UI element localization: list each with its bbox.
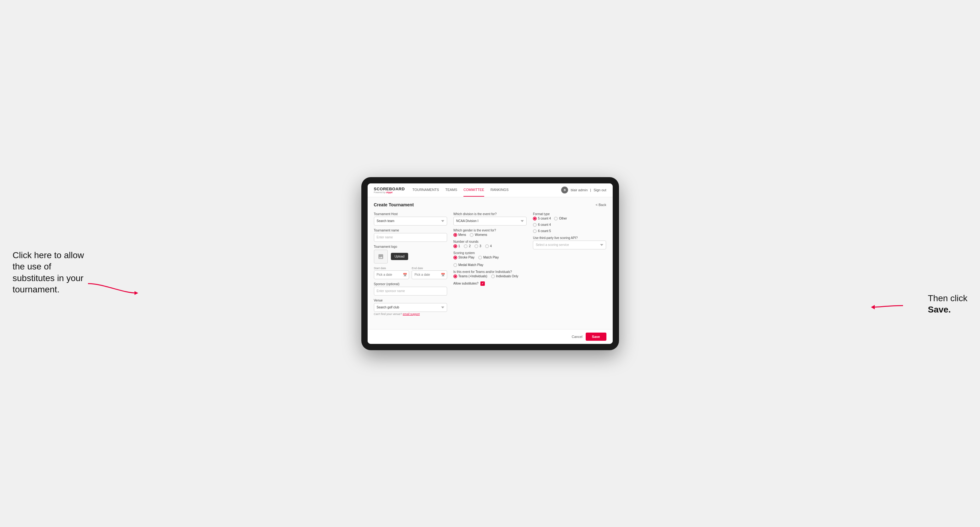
venue-group: Venue Search golf club Can't find your v…	[374, 299, 447, 316]
start-date-group: Start date 📅	[374, 267, 409, 279]
logo-powered: Powered by clippd	[374, 191, 405, 194]
rounds-3-radio[interactable]	[474, 244, 478, 248]
start-date-label: Start date	[374, 267, 409, 270]
tournament-host-select[interactable]: Search team	[374, 217, 447, 225]
scoring-service-select[interactable]: Select a scoring service	[533, 241, 606, 249]
tournament-name-group: Tournament name	[374, 229, 447, 242]
tablet-frame: SCOREBOARD Powered by clippd TOURNAMENTS…	[361, 177, 619, 350]
format-6count4[interactable]: 6 count 4	[533, 223, 551, 227]
page-header: Create Tournament Back	[374, 202, 606, 207]
scoring-stroke[interactable]: Stroke Play	[453, 256, 474, 259]
end-date-label: End date	[412, 267, 447, 270]
sponsor-group: Sponsor (optional)	[374, 283, 447, 295]
venue-select[interactable]: Search golf club	[374, 303, 447, 312]
nav-tournaments[interactable]: TOURNAMENTS	[412, 183, 439, 197]
svg-marker-0	[134, 291, 138, 295]
venue-label: Venue	[374, 299, 447, 302]
substitutes-group: Allow substitutes?	[453, 281, 527, 286]
event-individuals-radio[interactable]	[491, 275, 495, 278]
annotation-left: Click here to allow the use of substitut…	[13, 250, 88, 295]
sponsor-input[interactable]	[374, 287, 447, 295]
event-individuals[interactable]: Individuals Only	[491, 275, 519, 278]
save-button[interactable]: Save	[585, 333, 606, 341]
scoring-match[interactable]: Match Play	[478, 256, 499, 259]
format-other-radio[interactable]	[554, 217, 558, 221]
tournament-logo-label: Tournament logo	[374, 245, 447, 248]
event-teams[interactable]: Teams (+Individuals)	[453, 275, 487, 278]
format-label: Format type	[533, 212, 606, 216]
navbar: SCOREBOARD Powered by clippd TOURNAMENTS…	[368, 183, 613, 197]
sign-out-link[interactable]: Sign out	[593, 188, 606, 192]
gender-label: Which gender is the event for?	[453, 229, 527, 232]
email-support-link[interactable]: email support	[403, 313, 420, 316]
svg-marker-1	[871, 305, 875, 310]
tablet-screen: SCOREBOARD Powered by clippd TOURNAMENTS…	[368, 183, 613, 344]
user-name: blair admin	[571, 188, 587, 192]
form-col-1: Tournament Host Search team Tournament n…	[374, 212, 447, 316]
annotation-right: Then click Save.	[928, 293, 967, 316]
rounds-4[interactable]: 4	[485, 244, 492, 248]
nav-right: B blair admin | Sign out	[561, 187, 606, 194]
nav-separator: |	[590, 188, 591, 192]
gender-womens[interactable]: Womens	[470, 233, 487, 237]
cant-find-text: Can't find your venue? email support	[374, 313, 447, 316]
format-row-3: 6 count 5	[533, 229, 606, 233]
form-col-2: Which division is the event for? NCAA Di…	[453, 212, 527, 316]
gender-mens[interactable]: Mens	[453, 233, 466, 237]
format-6count5-radio[interactable]	[533, 229, 537, 233]
format-other[interactable]: Other	[554, 217, 567, 221]
avatar: B	[561, 187, 568, 194]
arrow-left	[85, 277, 142, 296]
rounds-1-radio[interactable]	[453, 244, 457, 248]
scoring-radio-group: Stroke Play Match Play Medal Match Play	[453, 256, 527, 267]
nav-rankings[interactable]: RANKINGS	[490, 183, 508, 197]
tournament-name-input[interactable]	[374, 233, 447, 242]
substitutes-checkbox[interactable]	[480, 281, 485, 286]
event-type-radio-group: Teams (+Individuals) Individuals Only	[453, 275, 527, 278]
dates-row: Start date 📅 End date	[374, 267, 447, 279]
nav-committee[interactable]: COMMITTEE	[463, 183, 484, 197]
logo-scoreboard: SCOREBOARD	[374, 187, 405, 191]
cancel-button[interactable]: Cancel	[572, 335, 582, 338]
tournament-host-group: Tournament Host Search team	[374, 212, 447, 225]
gender-womens-radio[interactable]	[470, 233, 474, 237]
rounds-1[interactable]: 1	[453, 244, 460, 248]
arrow-right	[869, 299, 906, 312]
end-date-input[interactable]	[412, 270, 447, 279]
format-5count4[interactable]: 5 count 4	[533, 217, 551, 221]
gender-mens-radio[interactable]	[453, 233, 457, 237]
format-group: Format type 5 count 4 Other	[533, 212, 606, 233]
rounds-4-radio[interactable]	[485, 244, 489, 248]
page-title: Create Tournament	[374, 202, 414, 207]
end-date-group: End date 📅	[412, 267, 447, 279]
page-content: Create Tournament Back Tournament Host S…	[368, 197, 613, 329]
division-group: Which division is the event for? NCAA Di…	[453, 212, 527, 225]
gender-radio-group: Mens Womens	[453, 233, 527, 237]
format-6count5[interactable]: 6 count 5	[533, 229, 551, 233]
scoring-medal-radio[interactable]	[453, 263, 457, 267]
rounds-2[interactable]: 2	[464, 244, 471, 248]
format-options: 5 count 4 Other	[533, 217, 606, 233]
nav-logo: SCOREBOARD Powered by clippd	[374, 187, 405, 194]
scoring-match-radio[interactable]	[478, 256, 482, 259]
start-date-wrap: 📅	[374, 270, 409, 279]
event-teams-radio[interactable]	[453, 275, 457, 278]
scoring-medal[interactable]: Medal Match Play	[453, 263, 483, 267]
start-date-input[interactable]	[374, 270, 409, 279]
scoring-service-label: Use third-party live scoring API?	[533, 236, 606, 240]
back-button[interactable]: Back	[596, 203, 606, 206]
substitutes-label: Allow substitutes?	[453, 282, 479, 285]
format-5count4-radio[interactable]	[533, 217, 537, 221]
rounds-2-radio[interactable]	[464, 244, 468, 248]
format-row-2: 6 count 4	[533, 223, 606, 227]
scoring-stroke-radio[interactable]	[453, 256, 457, 259]
upload-button[interactable]: Upload	[391, 253, 409, 260]
format-6count4-radio[interactable]	[533, 223, 537, 227]
division-select[interactable]: NCAA Division I	[453, 217, 527, 225]
end-date-wrap: 📅	[412, 270, 447, 279]
sponsor-label: Sponsor (optional)	[374, 283, 447, 286]
format-row-1: 5 count 4 Other	[533, 217, 606, 221]
nav-items: TOURNAMENTS TEAMS COMMITTEE RANKINGS	[412, 183, 561, 197]
nav-teams[interactable]: TEAMS	[445, 183, 457, 197]
rounds-3[interactable]: 3	[474, 244, 481, 248]
